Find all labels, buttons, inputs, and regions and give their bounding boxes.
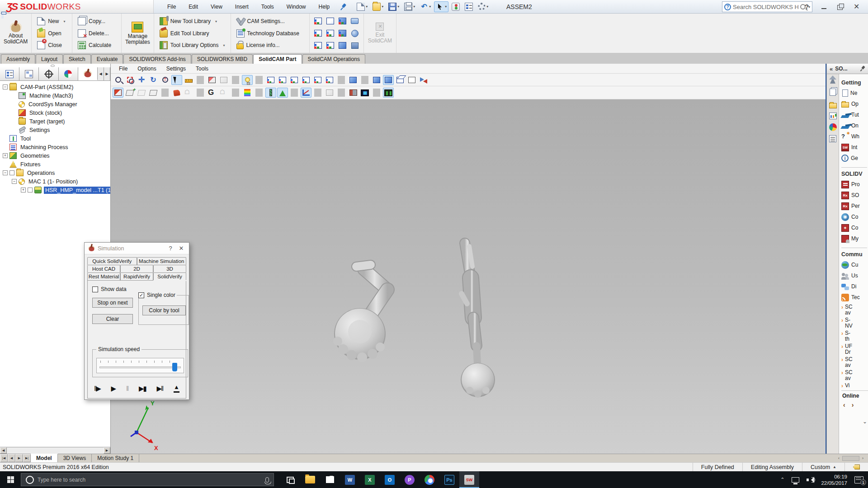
zoom-icon[interactable] <box>113 75 123 85</box>
tree-expander[interactable] <box>12 179 17 184</box>
news-item[interactable]: ›UFDr <box>841 343 868 355</box>
help-search-box[interactable]: ? Search SOLIDWORKS Help ▾ <box>722 1 812 12</box>
view-isometric-icon[interactable] <box>265 75 276 85</box>
color-by-tool-button[interactable]: Color by tool <box>142 305 186 315</box>
technology-database-button[interactable]: Technology Database <box>235 28 306 39</box>
show-data-checkbox[interactable]: Show data <box>92 286 127 292</box>
excel-button[interactable]: X <box>360 471 380 488</box>
appearances-tab[interactable] <box>829 123 837 131</box>
tab-solidworks-add-ins[interactable]: SOLIDWORKS Add-Ins <box>123 54 191 64</box>
news-item[interactable]: ›SCav <box>841 370 868 381</box>
open-button[interactable]: ▾ <box>371 1 385 12</box>
panel-scroll-right-button[interactable]: ▶ <box>104 67 110 80</box>
3d-views-tab[interactable]: 3D Views <box>58 454 92 462</box>
dialog-help-button[interactable]: ? <box>166 245 175 252</box>
shaded-cube-icon[interactable] <box>337 40 349 52</box>
mini-scroll-right-icon[interactable]: › <box>860 456 865 460</box>
dialog-close-button[interactable]: ✕ <box>177 245 185 252</box>
about-solidcam-button[interactable]: AboutSolidCAM <box>0 14 32 53</box>
tutorials-link[interactable]: Tut <box>841 109 868 120</box>
view-cube-icon[interactable] <box>325 28 336 39</box>
new-document-link[interactable]: Ne <box>841 88 868 99</box>
customer-portal-link[interactable]: Cu <box>841 259 868 270</box>
tab-solidcam-operations[interactable]: SolidCAM Operations <box>302 54 365 64</box>
minimize-button[interactable] <box>821 4 827 10</box>
separator[interactable] <box>160 88 170 98</box>
target-display-icon[interactable] <box>383 75 394 85</box>
menu-help[interactable]: Help <box>313 2 335 12</box>
whats-new-link[interactable]: ?Wh <box>841 131 868 142</box>
taskbar-clock[interactable]: 06:19 22/05/2017 <box>821 474 847 486</box>
view-left-icon[interactable] <box>301 75 311 85</box>
tree-item-stock[interactable]: Stock (stock) <box>0 108 110 117</box>
speaker-icon[interactable] <box>807 477 814 483</box>
cam-menu-options[interactable]: Options <box>133 64 160 73</box>
checkbox-checked-icon[interactable]: ✓ <box>138 292 144 298</box>
view-top-icon[interactable] <box>324 75 335 85</box>
scroll-left-arrow[interactable]: ◀ <box>0 447 7 454</box>
tool-library-options-button[interactable]: Tool Library Options▾ <box>158 40 227 51</box>
view-back-icon[interactable] <box>289 75 300 85</box>
tree-item-settings[interactable]: Settings <box>0 126 110 134</box>
collapse-chevrons-icon[interactable]: « <box>830 66 833 72</box>
stop-on-next-button[interactable]: Stop on next <box>92 298 133 308</box>
simulation-dialog[interactable]: Simulation ? ✕ Quick SolidVerifyMachine … <box>84 242 189 400</box>
news-item[interactable]: ›SCav <box>841 304 868 316</box>
path-gray-icon[interactable] <box>136 88 147 98</box>
cam-menu-settings[interactable]: Settings <box>162 64 190 73</box>
scroll-right-arrow[interactable]: ▶ <box>104 447 110 454</box>
pane-forward-button[interactable]: › <box>852 401 854 408</box>
task-pane-header[interactable]: « SO... <box>827 64 868 74</box>
purple-p-app-button[interactable]: P <box>400 471 420 488</box>
calculate-button[interactable]: Calculate <box>76 40 118 51</box>
menu-edit[interactable]: Edit <box>183 2 203 12</box>
shaded-cube-icon[interactable] <box>337 15 349 27</box>
display-options-button[interactable] <box>463 1 475 12</box>
shaded-cube-icon[interactable] <box>337 28 349 39</box>
sim-tab-rapidverify[interactable]: RapidVerify <box>120 272 153 280</box>
gray-cube-icon[interactable] <box>324 88 335 98</box>
performance-benchmark-link[interactable]: RxPer <box>841 201 868 211</box>
tree-item-coordsys-manager[interactable]: CoordSys Manager <box>0 100 110 108</box>
solidworks-resources-tab[interactable] <box>830 80 835 84</box>
delete-button[interactable]: Delete... <box>76 28 118 39</box>
design-library-tab[interactable] <box>830 89 836 96</box>
tree-expander[interactable] <box>3 84 8 89</box>
white-cube-icon[interactable] <box>406 75 417 85</box>
file-explorer-button[interactable] <box>300 471 320 488</box>
separator[interactable] <box>195 88 206 98</box>
tree-item-fixtures[interactable]: Fixtures <box>0 160 110 169</box>
separator[interactable] <box>312 88 323 98</box>
pause-button[interactable]: ‖ <box>126 385 128 393</box>
sim-tab-rest-material[interactable]: Rest Material <box>87 272 120 280</box>
stock-display-icon[interactable] <box>371 75 382 85</box>
add-path-icon[interactable] <box>124 88 135 98</box>
file-explorer-tab[interactable] <box>829 103 837 108</box>
tree-expander[interactable] <box>21 188 26 192</box>
zoom-window-icon[interactable] <box>124 75 135 85</box>
save-button[interactable]: ▾ <box>387 1 401 12</box>
view-cube-icon[interactable] <box>325 40 336 52</box>
measure-icon[interactable] <box>183 75 194 85</box>
cam-settings-button[interactable]: CAM Settings... <box>235 16 306 27</box>
open-cube-icon[interactable] <box>395 75 406 85</box>
separator[interactable] <box>336 75 347 85</box>
show-stock-icon[interactable] <box>113 88 123 98</box>
scroll-down-icon[interactable]: ⌄ <box>863 418 867 425</box>
news-item[interactable]: ›S-th <box>841 330 868 342</box>
machine-simulation-icon[interactable] <box>359 88 370 98</box>
menu-file[interactable]: File <box>162 2 181 12</box>
tree-horizontal-scrollbar[interactable]: ◀ ▶ <box>0 447 110 454</box>
eject-button[interactable]: ▲ <box>174 385 179 393</box>
separator[interactable] <box>254 88 264 98</box>
print-button[interactable]: ▾ <box>402 1 417 12</box>
outlook-button[interactable]: O <box>380 471 400 488</box>
tree-item-tool[interactable]: Tool <box>0 134 110 143</box>
play-single-step-button[interactable]: ‖▶ <box>94 385 100 393</box>
solidcam-manager-tab[interactable] <box>78 67 98 80</box>
tree-expander[interactable] <box>3 170 8 175</box>
next-tab-button[interactable]: ▶ <box>15 454 23 462</box>
task-pane-pin-icon[interactable] <box>860 66 865 71</box>
last-tab-button[interactable]: ▶| <box>23 454 31 462</box>
user-groups-link[interactable]: Us <box>841 270 868 281</box>
